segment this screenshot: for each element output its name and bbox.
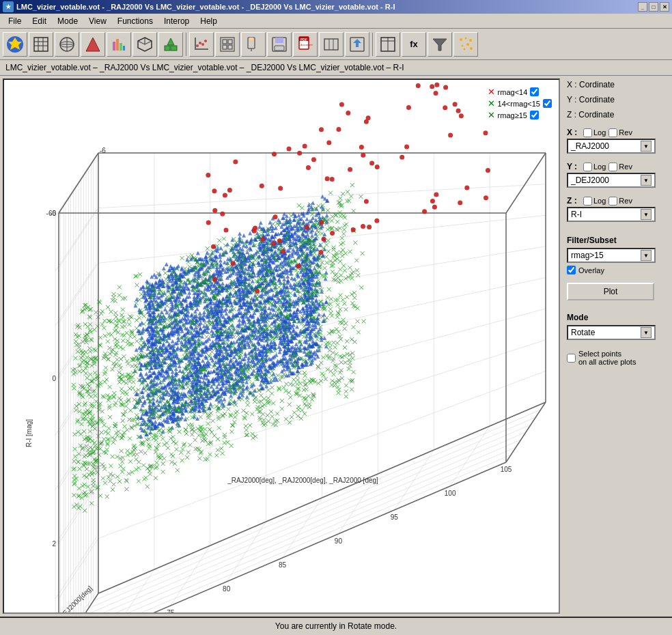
legend-checkbox-2[interactable] bbox=[543, 99, 552, 108]
legend-label-3: rmag≥15 bbox=[498, 111, 527, 119]
z-rev-checkbox[interactable] bbox=[608, 197, 617, 206]
scatter-plot-canvas[interactable] bbox=[4, 80, 559, 612]
legend-item-1: ✕ rmag<14 bbox=[488, 87, 552, 97]
plot-area[interactable]: ✕ rmag<14 ✕ 14<rmag<15 ✕ rmag≥15 bbox=[3, 79, 560, 614]
legend-checkbox-3[interactable] bbox=[530, 111, 539, 119]
svg-rect-13 bbox=[113, 42, 115, 51]
y-rev-label[interactable]: Rev bbox=[608, 163, 632, 171]
x-rev-checkbox[interactable] bbox=[608, 128, 617, 137]
z-log-checkbox[interactable] bbox=[583, 197, 592, 206]
svg-marker-23 bbox=[167, 38, 174, 45]
mode-dropdown-arrow[interactable]: ▼ bbox=[641, 327, 652, 338]
filter-dropdown[interactable]: rmag>15 ▼ bbox=[567, 248, 656, 263]
y-axis-dropdown[interactable]: _DEJ2000 ▼ bbox=[567, 173, 656, 188]
legend-label-2: 14<rmag<15 bbox=[498, 100, 540, 108]
y-axis-dropdown-arrow[interactable]: ▼ bbox=[641, 175, 652, 186]
x-coord-label: X : Cordinate bbox=[567, 80, 668, 89]
pencil-button[interactable] bbox=[241, 32, 266, 57]
y-log-checkbox[interactable] bbox=[583, 163, 592, 171]
window-title: LMC_vizier_votable.vot - _RAJ2000 Vs LMC… bbox=[16, 3, 638, 11]
pdf-button[interactable]: PDF document bbox=[293, 32, 318, 57]
status-text: You are currently in Rotate mode. bbox=[5, 621, 667, 631]
x-label: X : bbox=[567, 128, 580, 137]
mode-section: Mode Rotate ▼ bbox=[567, 310, 668, 340]
svg-point-26 bbox=[196, 44, 199, 47]
menu-edit[interactable]: Edit bbox=[27, 14, 52, 29]
menu-view[interactable]: View bbox=[83, 14, 112, 29]
select-points-section: Select points on all active plots bbox=[567, 350, 668, 366]
density-plot-button[interactable] bbox=[81, 32, 105, 57]
svg-point-29 bbox=[204, 40, 207, 42]
y-label: Y : bbox=[567, 162, 580, 171]
y-axis-options: Y : Log Rev bbox=[567, 162, 668, 171]
svg-point-57 bbox=[462, 44, 464, 46]
z-label: Z : bbox=[567, 196, 580, 206]
menu-functions[interactable]: Functions bbox=[112, 14, 158, 29]
z-log-label[interactable]: Log bbox=[583, 197, 606, 206]
page-title: LMC_vizier_votable.vot – _RAJ2000 Vs LMC… bbox=[0, 60, 672, 76]
svg-marker-53 bbox=[433, 39, 447, 51]
table-view-button[interactable] bbox=[29, 32, 53, 57]
right-panel: X : Cordinate Y : Cordinate Z : Cordinat… bbox=[563, 76, 672, 617]
function-button[interactable]: fx bbox=[402, 32, 426, 57]
mode-label: Mode bbox=[567, 313, 668, 322]
menu-interop[interactable]: Interop bbox=[158, 14, 195, 29]
svg-rect-16 bbox=[123, 46, 125, 51]
3d-cube-button[interactable] bbox=[132, 32, 157, 57]
svg-point-27 bbox=[199, 42, 201, 44]
save-button[interactable] bbox=[267, 32, 292, 57]
menu-mode[interactable]: Mode bbox=[52, 14, 83, 29]
menu-bar: File Edit Mode View Functions Interop He… bbox=[0, 14, 672, 29]
filter-dropdown-arrow[interactable]: ▼ bbox=[641, 250, 652, 261]
plot-button[interactable]: Plot bbox=[567, 283, 654, 300]
filter-section: Filter/Subset rmag>15 ▼ Overlay bbox=[567, 233, 668, 274]
y-rev-checkbox[interactable] bbox=[608, 163, 617, 171]
topcat-button[interactable] bbox=[3, 32, 27, 57]
legend-item-3: ✕ rmag≥15 bbox=[488, 110, 552, 120]
table2-button[interactable] bbox=[376, 32, 400, 57]
menu-file[interactable]: File bbox=[3, 14, 27, 29]
window-controls[interactable]: _ □ ✕ bbox=[638, 2, 669, 12]
z-rev-label[interactable]: Rev bbox=[608, 197, 632, 206]
overlay-label: Overlay bbox=[578, 266, 604, 274]
svg-line-20 bbox=[145, 41, 152, 44]
legend-checkbox-1[interactable] bbox=[530, 87, 539, 96]
mode-dropdown[interactable]: Rotate ▼ bbox=[567, 325, 656, 340]
histogram-button[interactable] bbox=[107, 32, 131, 57]
columns-button[interactable] bbox=[319, 32, 344, 57]
svg-rect-34 bbox=[228, 45, 232, 49]
scatter-plot-button[interactable] bbox=[189, 32, 214, 57]
filter-button[interactable] bbox=[428, 32, 452, 57]
zoom-button[interactable] bbox=[215, 32, 240, 57]
maximize-button[interactable]: □ bbox=[649, 2, 658, 12]
legend-symbol-2: ✕ bbox=[488, 98, 495, 109]
x-rev-label[interactable]: Rev bbox=[608, 128, 632, 137]
y-log-label[interactable]: Log bbox=[583, 163, 606, 171]
sky-plot-button[interactable] bbox=[55, 32, 79, 57]
menu-help[interactable]: Help bbox=[195, 14, 223, 29]
x-log-checkbox[interactable] bbox=[583, 128, 592, 137]
stars-button[interactable] bbox=[453, 32, 478, 57]
legend-symbol-3: ✕ bbox=[488, 110, 495, 120]
minimize-button[interactable]: _ bbox=[638, 2, 647, 12]
x-axis-dropdown-arrow[interactable]: ▼ bbox=[641, 141, 652, 152]
select-points-checkbox[interactable] bbox=[567, 354, 576, 363]
svg-rect-22 bbox=[171, 46, 177, 51]
z-axis-dropdown-arrow[interactable]: ▼ bbox=[641, 209, 652, 220]
close-button[interactable]: ✕ bbox=[660, 2, 669, 12]
z-coord-label: Z : Cordinate bbox=[567, 110, 668, 119]
svg-rect-39 bbox=[275, 38, 283, 43]
x-log-label[interactable]: Log bbox=[583, 128, 606, 137]
tree-map-button[interactable] bbox=[158, 32, 183, 57]
x-axis-section: X : Log Rev _RAJ2000 ▼ bbox=[567, 128, 668, 154]
overlay-checkbox[interactable] bbox=[567, 266, 576, 274]
x-axis-options: X : Log Rev bbox=[567, 128, 668, 137]
z-axis-dropdown[interactable]: R-I ▼ bbox=[567, 207, 656, 222]
legend-item-2: ✕ 14<rmag<15 bbox=[488, 98, 552, 109]
svg-point-60 bbox=[470, 47, 473, 50]
x-axis-dropdown[interactable]: _RAJ2000 ▼ bbox=[567, 139, 656, 154]
svg-text:document: document bbox=[300, 43, 313, 46]
svg-marker-49 bbox=[353, 39, 361, 47]
y-coord-label: Y : Cordinate bbox=[567, 95, 668, 104]
export-button[interactable] bbox=[345, 32, 369, 57]
